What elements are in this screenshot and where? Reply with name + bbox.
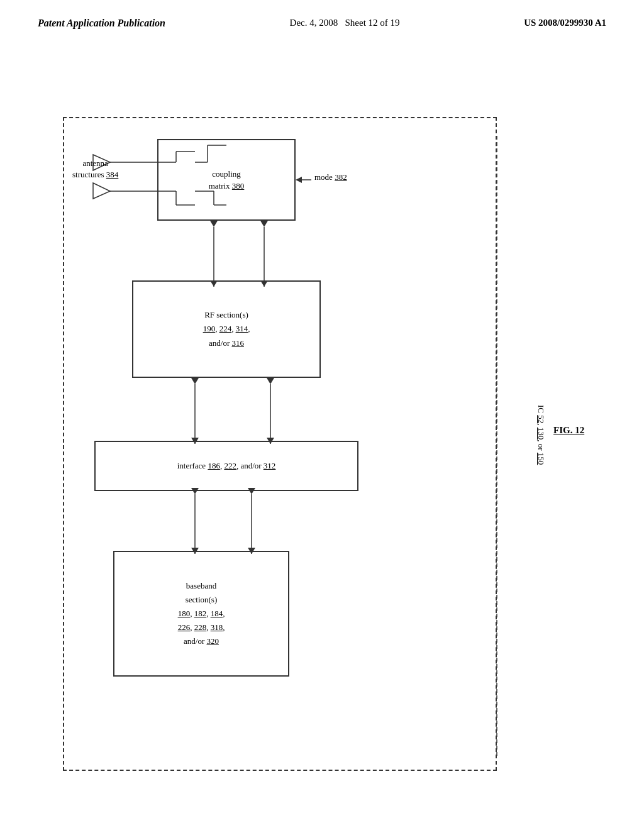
page-header: Patent Application Publication Dec. 4, 2… bbox=[0, 0, 644, 35]
ic-label: IC 52, 130, or 150 bbox=[536, 405, 546, 465]
publication-title: Patent Application Publication bbox=[38, 18, 165, 29]
coupling-matrix-box: couplingmatrix 380 bbox=[157, 139, 296, 221]
antenna-label: antennastructures 384 bbox=[72, 158, 118, 180]
patent-number: US 2008/0299930 A1 bbox=[524, 18, 606, 28]
sheet-label: Sheet 12 of 19 bbox=[345, 18, 399, 28]
rf-section-box: RF section(s) 190, 224, 314, and/or 316 bbox=[132, 280, 321, 378]
fig-label: FIG. 12 bbox=[553, 425, 584, 436]
interface-label: interface 186, 222, and/or 312 bbox=[177, 461, 276, 471]
baseband-section-label: baseband section(s) 180, 182, 184, 226, … bbox=[178, 579, 225, 648]
date-label: Dec. 4, 2008 bbox=[290, 18, 338, 28]
baseband-section-box: baseband section(s) 180, 182, 184, 226, … bbox=[113, 551, 289, 677]
diagram-area: antennastructures 384 couplingmatrix 380… bbox=[0, 35, 644, 790]
fig-label-text: FIG. 12 bbox=[553, 425, 584, 435]
date-sheet: Dec. 4, 2008 Sheet 12 of 19 bbox=[290, 18, 400, 28]
publication-title-text: Patent Application Publication bbox=[38, 18, 165, 28]
interface-box: interface 186, 222, and/or 312 bbox=[94, 441, 358, 491]
rf-section-label: RF section(s) 190, 224, 314, and/or 316 bbox=[203, 308, 250, 350]
patent-number-text: US 2008/0299930 A1 bbox=[524, 18, 606, 28]
mode-label: mode 382 bbox=[314, 172, 347, 182]
coupling-matrix-label: couplingmatrix 380 bbox=[209, 168, 245, 192]
